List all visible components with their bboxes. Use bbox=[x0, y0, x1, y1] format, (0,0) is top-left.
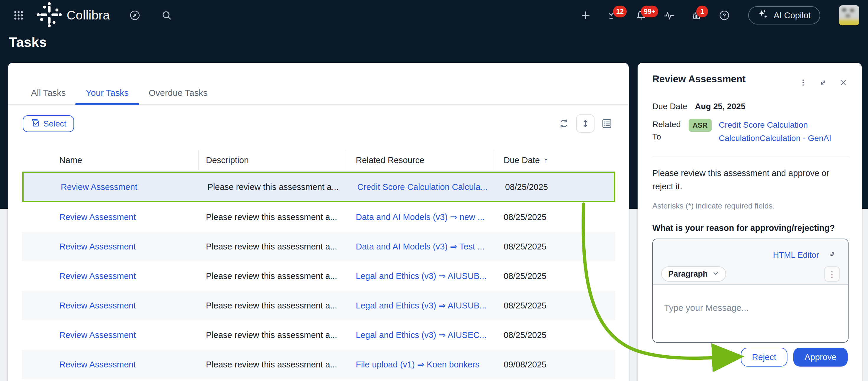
task-name-link[interactable]: Review Assessment bbox=[59, 242, 136, 251]
row-height-icon[interactable] bbox=[576, 115, 594, 133]
related-to-row: Related To ASR Credit Score Calculation … bbox=[652, 118, 853, 145]
tasks-checklist-icon[interactable]: 12 bbox=[608, 10, 619, 21]
view-tools bbox=[557, 115, 613, 133]
due-date-value: Aug 25, 2025 bbox=[695, 102, 745, 111]
notifications-bell-icon[interactable]: 99+ bbox=[636, 10, 647, 21]
ai-copilot-button[interactable]: AI Copilot bbox=[748, 6, 820, 25]
close-icon[interactable] bbox=[838, 77, 849, 88]
column-separator bbox=[346, 150, 346, 170]
related-resource-link[interactable]: Legal and Ethics (v3) ⇒ AIUSUB... bbox=[356, 301, 487, 310]
column-separator bbox=[495, 150, 495, 170]
reject-button[interactable]: Reject bbox=[741, 348, 787, 367]
related-asset-link[interactable]: Credit Score Calculation CalculationCalc… bbox=[719, 118, 853, 145]
task-name-link[interactable]: Review Assessment bbox=[59, 271, 136, 281]
search-icon[interactable] bbox=[161, 10, 172, 21]
related-resource-link[interactable]: Legal and Ethics (v3) ⇒ AIUSUB... bbox=[356, 271, 487, 281]
expand-panel-icon[interactable] bbox=[817, 77, 829, 88]
topbar-right: 12 99+ 1 bbox=[580, 0, 859, 31]
task-description: Please review this assessment a... bbox=[206, 301, 337, 311]
task-description: Please review this assessment a... bbox=[206, 360, 337, 370]
task-detail-panel: Review Assessment Due Date Aug 25, 2025 bbox=[638, 63, 862, 381]
waffle-menu-icon[interactable] bbox=[13, 10, 24, 21]
paragraph-style-dropdown[interactable]: Paragraph bbox=[661, 266, 726, 282]
task-due-date: 08/25/2025 bbox=[504, 301, 547, 311]
table-row[interactable]: Review Assessment Please review this ass… bbox=[22, 261, 615, 291]
tab-your-tasks[interactable]: Your Tasks bbox=[86, 81, 129, 104]
multi-select-icon bbox=[30, 118, 40, 129]
collibra-app: Collibra bbox=[0, 0, 868, 381]
column-header-related-resource[interactable]: Related Resource bbox=[356, 155, 424, 165]
notifications-count-badge: 99+ bbox=[641, 6, 658, 18]
related-resource-link[interactable]: Legal and Ethics (v3) ⇒ AIUSEC... bbox=[356, 330, 487, 340]
topbar-left: Collibra bbox=[0, 2, 172, 29]
tasks-list-card: All Tasks Your Tasks Overdue Tasks Selec… bbox=[8, 63, 629, 381]
task-name-link[interactable]: Review Assessment bbox=[59, 212, 136, 222]
asset-type-badge: ASR bbox=[689, 119, 712, 132]
column-header-description[interactable]: Description bbox=[206, 155, 249, 165]
task-description: Please review this assessment a... bbox=[206, 271, 337, 281]
html-editor-link[interactable]: HTML Editor bbox=[773, 250, 819, 260]
kebab-menu-icon[interactable] bbox=[798, 77, 809, 88]
task-description: Please review this assessment a... bbox=[206, 212, 337, 222]
column-header-name[interactable]: Name bbox=[59, 155, 82, 165]
list-view-icon[interactable] bbox=[600, 117, 613, 130]
page-title: Tasks bbox=[9, 34, 47, 50]
collibra-wordmark: Collibra bbox=[67, 8, 110, 23]
basket-count-badge: 1 bbox=[696, 6, 708, 18]
tasks-count-badge: 12 bbox=[613, 6, 627, 18]
task-description: Please review this assessment a... bbox=[206, 242, 337, 252]
related-resource-link[interactable]: Data and AI Models (v3) ⇒ new ... bbox=[356, 212, 485, 222]
task-name-link[interactable]: Review Assessment bbox=[59, 301, 136, 310]
table-row[interactable]: Review Assessment Please review this ass… bbox=[22, 320, 615, 350]
ai-copilot-label: AI Copilot bbox=[774, 11, 811, 20]
task-due-date: 08/25/2025 bbox=[504, 242, 547, 252]
column-header-due-date[interactable]: Due Date↑ bbox=[504, 155, 548, 165]
approve-button[interactable]: Approve bbox=[793, 348, 848, 367]
table-row[interactable]: Review Assessment Please review this ass… bbox=[22, 232, 615, 261]
required-fields-note: Asterisks (*) indicate required fields. bbox=[652, 201, 775, 211]
table-row[interactable]: Review Assessment Please review this ass… bbox=[22, 202, 615, 232]
editor-toolbar: HTML Editor Paragraph ⋮ bbox=[653, 239, 848, 285]
editor-more-options-icon[interactable]: ⋮ bbox=[824, 266, 840, 282]
task-due-date: 08/25/2025 bbox=[504, 330, 547, 340]
task-due-date: 08/25/2025 bbox=[505, 182, 548, 192]
detail-action-buttons: Reject Approve bbox=[638, 348, 862, 367]
table-row-selected[interactable]: Review Assessment Please review this ass… bbox=[22, 171, 615, 202]
user-avatar[interactable] bbox=[839, 5, 859, 25]
avatar-image bbox=[839, 5, 859, 25]
related-resource-link[interactable]: Data and AI Models (v3) ⇒ Test ... bbox=[356, 242, 485, 251]
task-table-body: Review Assessment Please review this ass… bbox=[22, 171, 615, 379]
message-input[interactable]: Type your Message... bbox=[653, 286, 848, 342]
related-resource-link[interactable]: Credit Score Calculation Calcula... bbox=[357, 182, 488, 192]
help-glyph: ? bbox=[722, 12, 726, 19]
column-separator bbox=[198, 150, 198, 170]
table-row[interactable]: Review Assessment Please review this ass… bbox=[22, 291, 615, 320]
task-name-link[interactable]: Review Assessment bbox=[59, 360, 136, 369]
rich-text-editor: HTML Editor Paragraph ⋮ Ty bbox=[652, 239, 848, 343]
activity-pulse-icon[interactable] bbox=[663, 10, 675, 21]
explore-compass-icon[interactable] bbox=[129, 10, 141, 21]
related-to-label: Related To bbox=[652, 118, 682, 143]
select-button[interactable]: Select bbox=[23, 115, 74, 132]
tab-overdue-tasks[interactable]: Overdue Tasks bbox=[149, 81, 208, 104]
related-resource-link[interactable]: File upload (v1) ⇒ Koen bonkers bbox=[356, 360, 479, 369]
task-name-link[interactable]: Review Assessment bbox=[61, 182, 137, 192]
detail-divider bbox=[652, 157, 848, 157]
due-date-label: Due Date bbox=[652, 102, 687, 111]
sparkles-icon bbox=[758, 9, 769, 22]
help-icon[interactable]: ? bbox=[719, 10, 730, 21]
create-plus-icon[interactable] bbox=[580, 10, 591, 21]
collibra-logo[interactable]: Collibra bbox=[37, 2, 110, 29]
basket-icon[interactable]: 1 bbox=[691, 10, 702, 21]
sort-ascending-icon[interactable]: ↑ bbox=[544, 155, 548, 164]
task-name-link[interactable]: Review Assessment bbox=[59, 330, 136, 340]
refresh-icon[interactable] bbox=[557, 117, 570, 130]
editor-expand-icon[interactable] bbox=[828, 250, 837, 260]
table-row[interactable]: Review Assessment Please review this ass… bbox=[22, 350, 615, 379]
tab-all-tasks[interactable]: All Tasks bbox=[31, 81, 66, 104]
due-date-row: Due Date Aug 25, 2025 bbox=[652, 102, 746, 111]
form-question-label: What is your reason for approving/reject… bbox=[652, 223, 835, 233]
chevron-down-icon bbox=[713, 269, 719, 279]
collibra-logo-mark-icon bbox=[37, 2, 62, 29]
detail-panel-actions bbox=[798, 77, 849, 88]
